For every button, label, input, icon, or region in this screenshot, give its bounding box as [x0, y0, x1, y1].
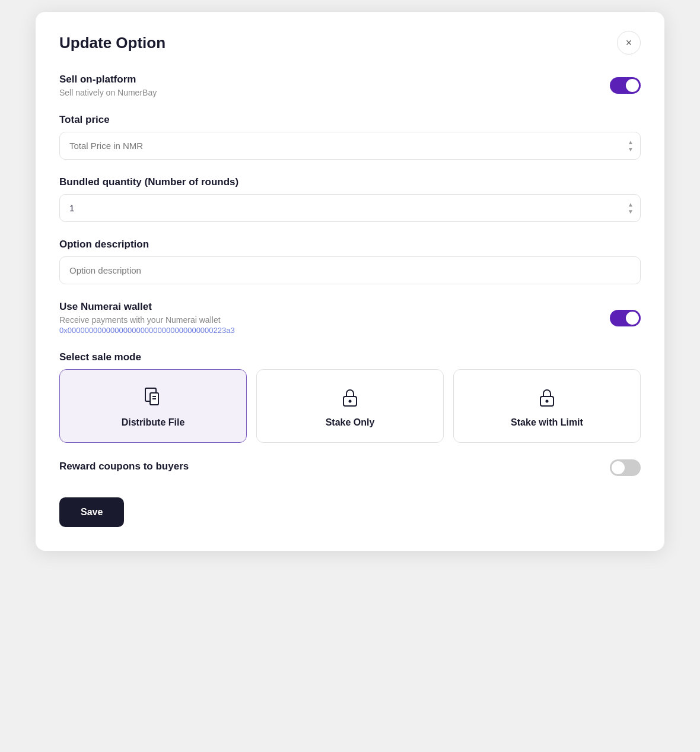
bundled-quantity-input-wrapper: ▲ ▼ — [59, 194, 641, 222]
svg-point-7 — [546, 400, 549, 403]
distribute-file-icon — [142, 386, 164, 409]
sale-mode-stake-with-limit[interactable]: Stake with Limit — [453, 369, 641, 443]
sale-mode-section: Select sale mode Distribute File — [59, 351, 641, 443]
modal-header: Update Option × — [59, 31, 641, 55]
sell-on-platform-section: Sell on-platform Sell natively on NumerB… — [59, 74, 641, 97]
bundled-qty-spinner-down-icon[interactable]: ▼ — [628, 209, 634, 215]
wallet-address: 0x0000000000000000000000000000000000223a… — [59, 326, 235, 335]
bundled-qty-spinner-up-icon[interactable]: ▲ — [628, 202, 634, 208]
save-button[interactable]: Save — [59, 497, 124, 527]
reward-coupons-toggle-wrapper — [610, 459, 641, 476]
total-price-section: Total price ▲ ▼ — [59, 114, 641, 160]
sale-mode-distribute-file[interactable]: Distribute File — [59, 369, 247, 443]
total-price-input-wrapper: ▲ ▼ — [59, 132, 641, 160]
numerai-wallet-row: Use Numerai wallet Receive payments with… — [59, 301, 641, 335]
numerai-wallet-toggle-wrapper — [610, 310, 641, 326]
numerai-wallet-slider — [610, 310, 641, 326]
reward-coupons-section: Reward coupons to buyers — [59, 459, 641, 476]
stake-with-limit-icon — [536, 386, 558, 409]
numerai-wallet-sublabel: Receive payments with your Numerai walle… — [59, 315, 235, 325]
bundled-quantity-spinner: ▲ ▼ — [628, 202, 634, 215]
svg-point-5 — [349, 400, 352, 403]
sell-on-platform-row: Sell on-platform Sell natively on NumerB… — [59, 74, 641, 97]
sale-mode-stake-only[interactable]: Stake Only — [256, 369, 444, 443]
option-description-input[interactable] — [59, 256, 641, 284]
reward-coupons-toggle[interactable] — [610, 459, 641, 476]
update-option-modal: Update Option × Sell on-platform Sell na… — [36, 12, 664, 551]
distribute-file-label: Distribute File — [122, 417, 185, 428]
reward-coupons-slider — [610, 459, 641, 476]
stake-only-icon — [339, 386, 361, 409]
bundled-quantity-section: Bundled quantity (Number of rounds) ▲ ▼ — [59, 176, 641, 222]
numerai-wallet-labels: Use Numerai wallet Receive payments with… — [59, 301, 235, 335]
close-button[interactable]: × — [617, 31, 641, 55]
option-description-section: Option description — [59, 239, 641, 284]
sale-mode-row: Distribute File Stake Only Stake with — [59, 369, 641, 443]
reward-coupons-row: Reward coupons to buyers — [59, 459, 641, 476]
modal-title: Update Option — [59, 34, 166, 52]
total-price-spinner: ▲ ▼ — [628, 139, 634, 153]
sell-on-platform-slider — [610, 77, 641, 94]
spinner-down-icon[interactable]: ▼ — [628, 147, 634, 153]
numerai-wallet-label: Use Numerai wallet — [59, 301, 235, 313]
bundled-quantity-label: Bundled quantity (Number of rounds) — [59, 176, 641, 188]
sale-mode-label: Select sale mode — [59, 351, 641, 363]
sell-on-platform-label: Sell on-platform — [59, 74, 157, 85]
option-description-label: Option description — [59, 239, 641, 250]
sell-on-platform-toggle[interactable] — [610, 77, 641, 94]
stake-with-limit-label: Stake with Limit — [511, 417, 583, 428]
bundled-quantity-input[interactable] — [59, 194, 641, 222]
total-price-label: Total price — [59, 114, 641, 126]
stake-only-label: Stake Only — [326, 417, 375, 428]
sell-on-platform-sublabel: Sell natively on NumerBay — [59, 88, 157, 97]
close-icon: × — [626, 37, 632, 49]
numerai-wallet-toggle[interactable] — [610, 310, 641, 326]
numerai-wallet-section: Use Numerai wallet Receive payments with… — [59, 301, 641, 335]
sell-on-platform-labels: Sell on-platform Sell natively on NumerB… — [59, 74, 157, 97]
sell-on-platform-toggle-wrapper — [610, 77, 641, 94]
total-price-input[interactable] — [59, 132, 641, 160]
spinner-up-icon[interactable]: ▲ — [628, 139, 634, 145]
reward-coupons-label: Reward coupons to buyers — [59, 461, 189, 472]
